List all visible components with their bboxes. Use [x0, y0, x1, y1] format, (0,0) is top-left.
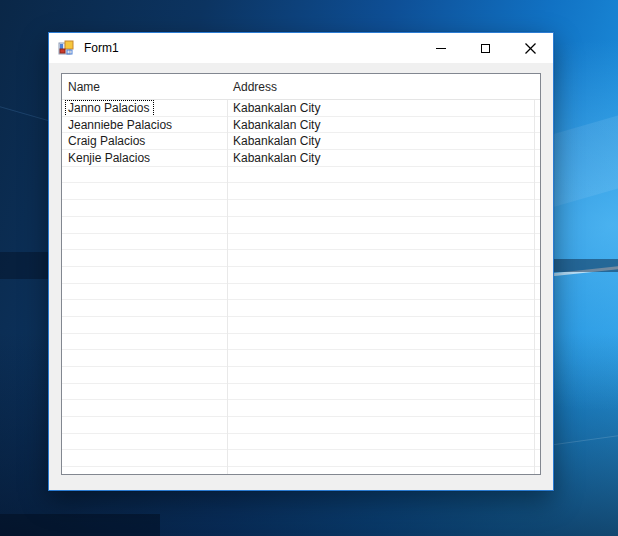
titlebar[interactable]: Form1 [49, 33, 553, 63]
table-row[interactable]: Craig PalaciosKabankalan City [62, 133, 540, 150]
wallpaper-dark-band-right [554, 259, 618, 272]
cell-address[interactable]: Kabankalan City [227, 117, 534, 133]
empty-row [62, 384, 540, 401]
desktop-background: Form1 [0, 0, 618, 536]
cell-address[interactable]: Kabankalan City [227, 100, 534, 116]
column-divider-2 [534, 74, 535, 474]
empty-row [62, 450, 540, 467]
focused-item[interactable]: Janno Palacios [65, 100, 154, 116]
close-icon [525, 43, 536, 54]
table-row[interactable]: Jeanniebe PalaciosKabankalan City [62, 117, 540, 134]
listview-header: Name Address [62, 74, 540, 100]
empty-row [62, 417, 540, 434]
empty-row [62, 367, 540, 384]
close-button[interactable] [508, 33, 553, 63]
maximize-button[interactable] [463, 33, 508, 63]
empty-row [62, 267, 540, 284]
empty-row [62, 200, 540, 217]
cell-address[interactable]: Kabankalan City [227, 133, 534, 149]
wallpaper-dark-band-left [0, 252, 48, 279]
listview-body: Janno PalaciosKabankalan CityJeanniebe P… [62, 100, 540, 475]
empty-row [62, 234, 540, 251]
empty-row [62, 400, 540, 417]
empty-row [62, 467, 540, 475]
minimize-button[interactable] [418, 33, 463, 63]
empty-row [62, 317, 540, 334]
empty-row [62, 217, 540, 234]
empty-row [62, 284, 540, 301]
cell-name[interactable]: Craig Palacios [62, 133, 227, 149]
column-header-address[interactable]: Address [227, 74, 534, 99]
form1-window: Form1 [48, 32, 554, 491]
empty-row [62, 183, 540, 200]
winforms-app-icon [58, 40, 74, 56]
cell-name[interactable]: Jeanniebe Palacios [62, 117, 227, 133]
cell-address[interactable]: Kabankalan City [227, 150, 534, 166]
minimize-icon [436, 48, 446, 49]
empty-row [62, 434, 540, 451]
empty-row [62, 350, 540, 367]
column-divider-1 [227, 74, 228, 474]
cell-name[interactable]: Kenjie Palacios [62, 150, 227, 166]
empty-row [62, 167, 540, 184]
listview[interactable]: Name Address Janno PalaciosKabankalan Ci… [61, 73, 541, 475]
column-header-name[interactable]: Name [62, 74, 227, 99]
empty-row [62, 334, 540, 351]
table-row[interactable]: Janno PalaciosKabankalan City [62, 100, 540, 117]
empty-row [62, 300, 540, 317]
window-title: Form1 [84, 41, 119, 55]
table-row[interactable]: Kenjie PalaciosKabankalan City [62, 150, 540, 167]
caption-buttons [418, 33, 553, 63]
maximize-icon [481, 44, 490, 53]
cell-name[interactable]: Janno Palacios [62, 100, 227, 116]
empty-row [62, 250, 540, 267]
wallpaper-dark-band-bottom [0, 514, 160, 536]
